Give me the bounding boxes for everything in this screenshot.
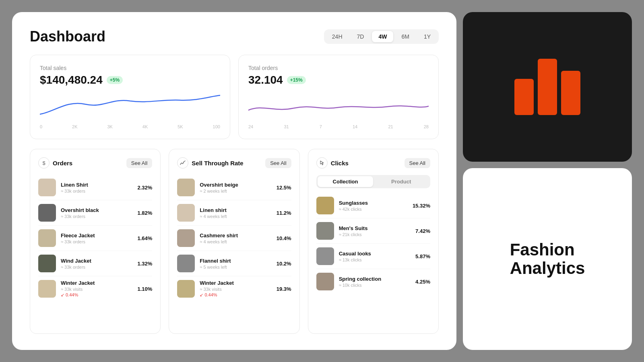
item-info: Overshirt beige≈ 2 weeks left xyxy=(200,182,271,193)
item-info: Spring collection≈ 10k clicks xyxy=(339,276,411,288)
item-value: 2.32% xyxy=(137,185,152,191)
time-filters: 24H 7D 4W 6M 1Y xyxy=(324,29,439,44)
item-value: 1.64% xyxy=(137,235,152,241)
total-sales-card: Total sales $140,480.24 +5% 0 2K 3K 4K 5… xyxy=(30,55,230,139)
right-top-panel xyxy=(463,12,632,162)
item-info: Fleece Jacket≈ 33k orders xyxy=(61,232,132,244)
item-value: 1.82% xyxy=(137,210,152,216)
item-thumbnail xyxy=(38,204,56,222)
list-item: Overshirt beige≈ 2 weeks left12.5% xyxy=(177,175,291,200)
time-filter-6m[interactable]: 6M xyxy=(395,31,415,42)
bar-chart-icon xyxy=(514,59,580,115)
item-name: Casual looks xyxy=(339,251,411,257)
brand-title: FashionAnalytics xyxy=(510,241,585,278)
list-item: Fleece Jacket≈ 33k orders1.64% xyxy=(38,226,152,251)
sell-through-card-header: Sell Through Rate See All xyxy=(177,157,291,169)
time-filter-4w[interactable]: 4W xyxy=(372,31,393,42)
sell-through-card: Sell Through Rate See All Overshirt beig… xyxy=(169,149,299,334)
item-name: Wind Jacket xyxy=(61,258,132,264)
item-thumbnail xyxy=(177,255,195,272)
list-item: Overshirt black≈ 33k orders1.82% xyxy=(38,200,152,226)
list-item: Linen shirt≈ 4 weeks left11.2% xyxy=(177,200,291,226)
list-item: Cashmere shirt≈ 4 weeks left10.4% xyxy=(177,226,291,251)
item-value: 10.4% xyxy=(277,235,291,241)
total-sales-chart-labels: 0 2K 3K 4K 5K 100 xyxy=(40,124,220,129)
sell-through-title: Sell Through Rate xyxy=(192,160,243,167)
item-sub: ≈ 33k orders xyxy=(61,189,132,193)
item-sub: ≈ 42k clicks xyxy=(339,207,408,212)
item-thumbnail xyxy=(38,280,56,298)
orders-see-all[interactable]: See All xyxy=(126,158,152,168)
item-name: Men's Suits xyxy=(339,225,411,231)
item-sub: ≈ 5 weeks left xyxy=(200,265,271,269)
total-sales-chart xyxy=(40,92,220,120)
list-item: Wind Jacket≈ 33k orders1.32% xyxy=(38,251,152,276)
total-sales-value: $140,480.24 xyxy=(40,74,103,86)
item-sub: ≈ 10k clicks xyxy=(339,283,411,288)
total-orders-chart-labels: 24 31 7 14 21 28 xyxy=(248,124,429,129)
item-value: 1.32% xyxy=(137,261,152,267)
sell-through-icon xyxy=(177,157,188,169)
total-orders-value: 32.104 xyxy=(248,74,283,86)
clicks-card: Clicks See All Collection Product Sungla… xyxy=(308,149,439,334)
clicks-see-all[interactable]: See All xyxy=(405,158,430,168)
item-thumbnail xyxy=(177,179,195,196)
orders-card-header: $ Orders See All xyxy=(38,157,152,169)
item-info: Cashmere shirt≈ 4 weeks left xyxy=(200,232,271,244)
item-thumbnail xyxy=(316,222,334,240)
time-filter-7d[interactable]: 7D xyxy=(351,31,371,42)
item-info: Linen shirt≈ 4 weeks left xyxy=(200,207,271,219)
clicks-title: Clicks xyxy=(331,160,349,167)
item-info: Overshirt black≈ 33k orders xyxy=(61,207,132,219)
item-name: Winter Jacket xyxy=(200,280,271,286)
item-sub: ≈ 33k visits xyxy=(200,287,271,292)
item-value: 7.42% xyxy=(415,228,430,234)
clicks-toggle-tabs: Collection Product xyxy=(316,175,430,188)
item-value: 12.5% xyxy=(277,185,291,191)
item-value: 15.32% xyxy=(413,203,430,209)
dashboard-header: Dashboard 24H 7D 4W 6M 1Y xyxy=(30,28,439,45)
tab-collection[interactable]: Collection xyxy=(318,176,374,187)
item-sub: ≈ 33k orders xyxy=(61,214,132,219)
bar-middle xyxy=(538,59,557,115)
list-item: Winter Jacket≈ 33k visits↙ 0.44%19.3% xyxy=(177,276,291,301)
time-filter-24h[interactable]: 24H xyxy=(326,31,349,42)
clicks-title-group: Clicks xyxy=(316,157,349,169)
item-sub: ≈ 21k clicks xyxy=(339,232,411,237)
item-name: Cashmere shirt xyxy=(200,232,271,239)
right-panel: FashionAnalytics xyxy=(463,12,632,350)
item-name: Overshirt beige xyxy=(200,182,271,188)
total-orders-label: Total orders xyxy=(248,65,429,71)
total-sales-value-row: $140,480.24 +5% xyxy=(40,74,220,86)
item-value: 19.3% xyxy=(277,286,291,292)
orders-list: Linen Shirt≈ 33k orders2.32%Overshirt bl… xyxy=(38,175,152,301)
total-orders-chart xyxy=(248,92,429,120)
item-info: Wind Jacket≈ 33k orders xyxy=(61,258,132,269)
item-value: 4.25% xyxy=(415,279,430,285)
item-name: Overshirt black xyxy=(61,207,132,213)
total-orders-card: Total orders 32.104 +15% 24 31 7 14 21 2 xyxy=(238,55,439,139)
tab-product[interactable]: Product xyxy=(373,176,429,187)
item-sub-red: ↙ 0.44% xyxy=(61,292,132,298)
clicks-card-header: Clicks See All xyxy=(316,157,430,169)
orders-card: $ Orders See All Linen Shirt≈ 33k orders… xyxy=(30,149,161,334)
dashboard-panel: Dashboard 24H 7D 4W 6M 1Y Total sales $1… xyxy=(12,12,456,350)
sell-through-see-all[interactable]: See All xyxy=(265,158,291,168)
item-thumbnail xyxy=(316,197,334,214)
item-info: Men's Suits≈ 21k clicks xyxy=(339,225,411,237)
item-sub: ≈ 13k clicks xyxy=(339,257,411,262)
dashboard-title: Dashboard xyxy=(30,28,105,45)
item-info: Linen Shirt≈ 33k orders xyxy=(61,182,132,193)
item-name: Spring collection xyxy=(339,276,411,282)
item-sub: ≈ 2 weeks left xyxy=(200,189,271,193)
item-name: Winter Jacket xyxy=(61,280,132,286)
item-value: 1.10% xyxy=(137,286,152,292)
item-name: Linen shirt xyxy=(200,207,271,213)
item-sub: ≈ 33k orders xyxy=(61,265,132,269)
list-item: Winter Jacket≈ 33k visits↙ 0.44%1.10% xyxy=(38,276,152,301)
item-value: 10.2% xyxy=(277,261,291,267)
item-thumbnail xyxy=(38,255,56,272)
item-value: 11.2% xyxy=(277,210,291,216)
item-value: 5.87% xyxy=(415,253,430,259)
time-filter-1y[interactable]: 1Y xyxy=(417,31,437,42)
